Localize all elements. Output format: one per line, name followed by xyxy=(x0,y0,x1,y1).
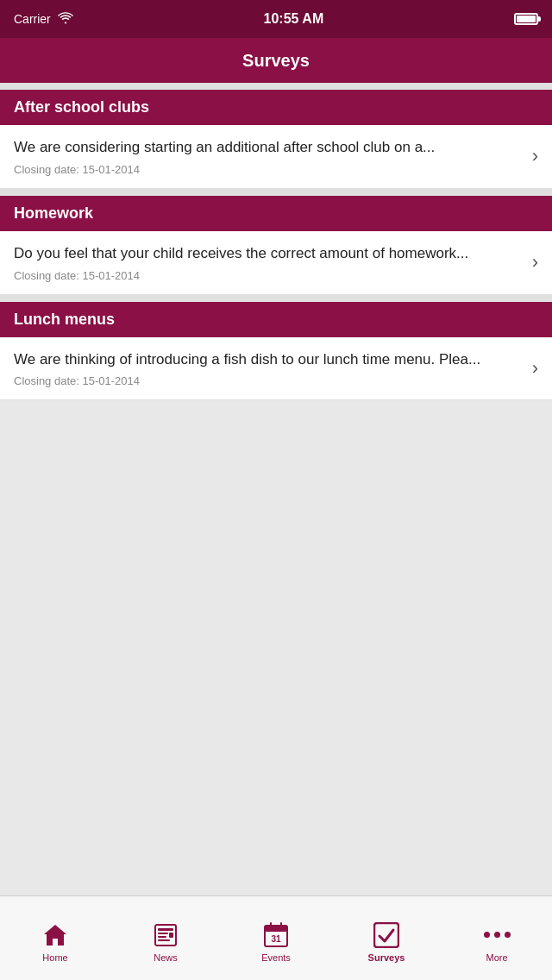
tab-events-label: Events xyxy=(261,952,291,963)
page-title: Surveys xyxy=(242,51,310,71)
tab-more-label: More xyxy=(486,952,507,963)
tab-home[interactable]: Home xyxy=(0,896,110,980)
svg-rect-7 xyxy=(265,926,287,932)
svg-rect-5 xyxy=(169,933,173,938)
chevron-icon-lunch-menus-0: › xyxy=(532,357,538,380)
list-item-text-after-school-clubs-0: We are considering starting an additiona… xyxy=(14,137,509,158)
list-item-homework-0[interactable]: Do you feel that your child receives the… xyxy=(0,231,552,295)
list-item-text-lunch-menus-0: We are thinking of introducing a fish di… xyxy=(14,349,509,370)
top-separator xyxy=(0,83,552,90)
chevron-icon-homework-0: › xyxy=(532,251,538,273)
svg-rect-2 xyxy=(158,933,168,934)
section-title-lunch-menus: Lunch menus xyxy=(14,311,115,328)
nav-header: Surveys xyxy=(0,38,552,83)
section-title-homework: Homework xyxy=(14,204,93,222)
status-bar-left: Carrier xyxy=(14,12,73,27)
more-dot-3 xyxy=(505,932,511,938)
section-homework: Homework Do you feel that your child rec… xyxy=(0,196,552,295)
gap-2 xyxy=(0,295,552,302)
svg-rect-1 xyxy=(158,928,173,931)
section-header-after-school-clubs: After school clubs xyxy=(0,90,552,125)
tab-home-label: Home xyxy=(42,952,67,963)
home-icon xyxy=(41,921,69,949)
section-title-after-school-clubs: After school clubs xyxy=(14,98,149,116)
tab-events[interactable]: 31 Events xyxy=(221,896,331,980)
section-header-lunch-menus: Lunch menus xyxy=(0,302,552,337)
section-lunch-menus: Lunch menus We are thinking of introduci… xyxy=(0,302,552,401)
tab-news-label: News xyxy=(154,952,178,963)
news-icon xyxy=(152,921,179,949)
tab-surveys-label: Surveys xyxy=(368,952,405,963)
svg-rect-4 xyxy=(158,939,170,941)
status-bar-right xyxy=(514,13,538,25)
svg-rect-3 xyxy=(158,936,166,938)
more-icon xyxy=(483,921,511,949)
list-item-text-homework-0: Do you feel that your child receives the… xyxy=(14,243,509,264)
events-icon: 31 xyxy=(262,921,290,949)
status-bar: Carrier 10:55 AM xyxy=(0,0,552,38)
list-item-date-homework-0: Closing date: 15-01-2014 xyxy=(14,269,509,282)
carrier-label: Carrier xyxy=(14,12,51,26)
gap-1 xyxy=(0,189,552,196)
section-header-homework: Homework xyxy=(0,196,552,231)
tab-more[interactable]: More xyxy=(442,896,552,980)
more-dot-1 xyxy=(484,932,490,938)
surveys-icon xyxy=(373,921,400,949)
chevron-icon-after-school-clubs-0: › xyxy=(532,145,538,167)
list-item-date-lunch-menus-0: Closing date: 15-01-2014 xyxy=(14,374,509,387)
tab-surveys[interactable]: Surveys xyxy=(331,896,442,980)
tab-news[interactable]: News xyxy=(110,896,221,980)
svg-text:31: 31 xyxy=(271,934,281,944)
more-dot-2 xyxy=(494,932,500,938)
wifi-icon xyxy=(58,12,73,27)
tab-bar: Home News 31 Events xyxy=(0,895,552,980)
battery-icon xyxy=(514,13,538,25)
status-bar-time: 10:55 AM xyxy=(264,11,324,27)
section-after-school-clubs: After school clubs We are considering st… xyxy=(0,90,552,189)
list-item-date-after-school-clubs-0: Closing date: 15-01-2014 xyxy=(14,163,509,176)
list-item-after-school-clubs-0[interactable]: We are considering starting an additiona… xyxy=(0,125,552,189)
svg-rect-11 xyxy=(374,923,398,947)
list-item-lunch-menus-0[interactable]: We are thinking of introducing a fish di… xyxy=(0,337,552,401)
